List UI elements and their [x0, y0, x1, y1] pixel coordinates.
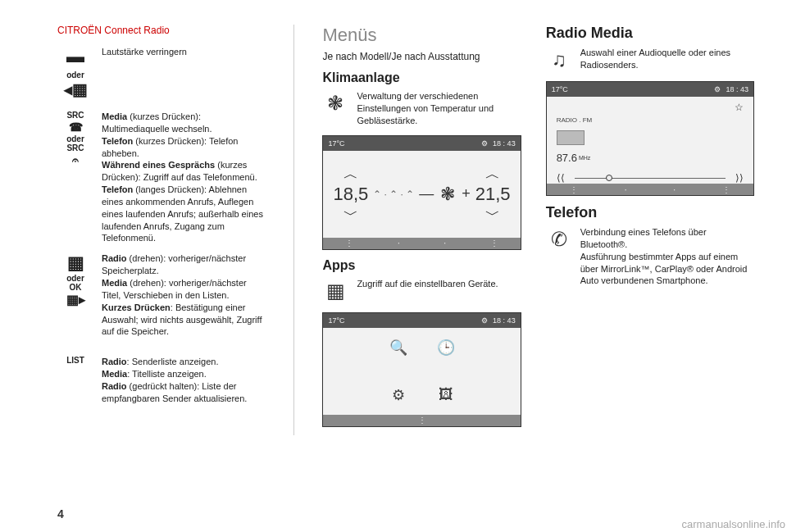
gear-icon: ⚙ [481, 139, 488, 148]
klima-screen: 17°C ⚙ 18 : 43 ︿ 18,5 ﹀ ⌃ · ⌃ · ⌃ — ❃ + [322, 135, 521, 250]
column-divider [293, 25, 294, 435]
list-desc: Radio: Senderliste anzeigen. Media: Tite… [102, 356, 266, 404]
klima-screen-clock: 18 : 43 [493, 139, 516, 148]
menus-subtitle: Je nach Modell/Je nach Ausstattung [322, 51, 521, 62]
temp-right-control[interactable]: ︿ 21,5 ﹀ [475, 164, 511, 225]
fan-icon: ❃ [322, 90, 348, 116]
apps-screen: 17°C ⚙ 18 : 43 🔍 🕒 ⚙ 🖼 ⋮ [322, 312, 521, 427]
wheel-radio-icon: ▦ [57, 254, 93, 272]
app-tile-2[interactable]: 🕒 [436, 338, 456, 357]
radio-screen-clock: 18 : 43 [726, 85, 748, 93]
radio-source-label: RADIO . FM [557, 116, 593, 124]
chevron-down-icon[interactable]: ﹀ [343, 205, 358, 225]
or-label-2: oder [57, 134, 93, 143]
minus-icon[interactable]: — [419, 185, 434, 202]
or-label-3: oder [57, 274, 93, 283]
gear-icon: ⚙ [714, 85, 721, 93]
fan-speed-control[interactable]: — ❃ + [419, 184, 471, 205]
chevron-up-icon[interactable]: ︿ [485, 164, 500, 184]
plus-icon[interactable]: + [462, 185, 471, 202]
fan-speed-icon: ❃ [440, 184, 455, 205]
tuner-marker[interactable] [606, 175, 612, 181]
apps-grid-icon: ▦ [322, 278, 348, 304]
klima-screen-temp: 17°C [328, 139, 344, 148]
station-artwork [557, 130, 585, 145]
app-tile-4[interactable]: 🖼 [436, 385, 456, 405]
menu-dots-icon[interactable]: ⋮ [345, 239, 353, 248]
src-label-1: SRC [57, 111, 93, 120]
menus-title: Menüs [322, 25, 521, 46]
vol-down-desc: Lautstärke verringern [102, 46, 266, 67]
app-tile-3[interactable]: ⚙ [389, 385, 408, 405]
wheel-ok-icon: ▦▸ [57, 293, 93, 307]
tuner-control[interactable]: ⟨⟨ ⟩⟩ [557, 172, 744, 184]
apps-screen-temp: 17°C [328, 316, 344, 325]
or-label-1: oder [57, 70, 93, 80]
radio-media-desc: Auswahl einer Audioquelle oder eines Rad… [580, 47, 754, 73]
src-label-2: SRC [57, 143, 93, 152]
menu-dots-icon[interactable]: ⋮ [722, 185, 730, 194]
chevron-up-icon[interactable]: ︿ [343, 164, 358, 184]
page-number: 4 [57, 507, 64, 521]
music-note-icon: ♫ [546, 47, 572, 73]
klima-heading: Klimaanlage [322, 70, 521, 85]
gear-icon: ⚙ [481, 316, 488, 325]
menu-dots-icon[interactable]: ⋮ [570, 185, 578, 194]
list-label: LIST [57, 356, 93, 365]
volume-down-icon: ▬ [57, 48, 93, 66]
apps-desc: Zugriff auf die einstellbaren Geräte. [357, 278, 521, 304]
star-icon[interactable]: ☆ [735, 102, 744, 113]
phone-icon: ✆ [546, 226, 572, 252]
ok-label: OK [57, 283, 93, 292]
src-desc: Media (kurzes Drücken): Multimediaquelle… [102, 111, 266, 244]
radio-rotate-desc: Radio (drehen): vorheriger/nächster Spei… [102, 252, 266, 338]
apps-heading: Apps [322, 258, 521, 273]
temp-right-value: 21,5 [475, 184, 511, 205]
wheel-icon: ◂▦ [57, 81, 93, 98]
app-tile-1[interactable]: 🔍 [389, 338, 408, 357]
radio-freq: 87.6 MHz [557, 152, 591, 164]
menu-dots-icon[interactable]: ⋮ [490, 239, 498, 248]
page-header: CITROËN Connect Radio [57, 25, 266, 36]
phone-heading: Telefon [546, 204, 754, 221]
radio-screen: 17°C ⚙ 18 : 43 ☆ RADIO . FM 87.6 MHz ⟨⟨ … [546, 81, 754, 196]
watermark: carmanualsonline.info [682, 518, 785, 530]
chevron-down-icon[interactable]: ﹀ [485, 205, 500, 225]
temp-left-value: 18,5 [333, 184, 368, 205]
phone-handset-icon: 𝄐 [57, 154, 93, 166]
seek-fwd-icon[interactable]: ⟩⟩ [735, 172, 744, 184]
menu-dots-icon[interactable]: ⋮ [418, 416, 426, 425]
radio-screen-temp: 17°C [552, 85, 568, 93]
seat-row: ⌃ · ⌃ · ⌃ [373, 189, 414, 200]
temp-left-control[interactable]: ︿ 18,5 ﹀ [333, 164, 368, 225]
apps-screen-clock: 18 : 43 [493, 316, 516, 325]
phone-src-icon: ☎ [57, 121, 93, 133]
phone-desc: Verbindung eines Telefons über Bluetooth… [580, 226, 754, 287]
radio-media-heading: Radio Media [546, 25, 754, 42]
seek-back-icon[interactable]: ⟨⟨ [557, 172, 565, 184]
klima-desc: Verwaltung der verschiedenen Einstellung… [357, 90, 521, 127]
